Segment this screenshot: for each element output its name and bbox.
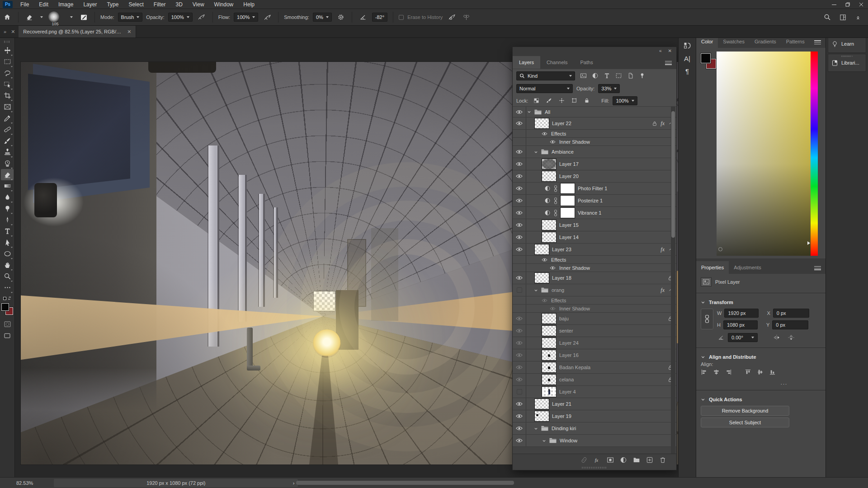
tab-properties[interactable]: Properties — [696, 261, 729, 274]
layer-visibility-toggle[interactable] — [513, 374, 526, 385]
layer-visibility-toggle[interactable] — [513, 231, 526, 243]
layer-row[interactable]: Layer 17 — [513, 158, 676, 170]
menu-type[interactable]: Type — [102, 0, 123, 9]
horizontal-scrollbar-thumb[interactable] — [296, 481, 514, 485]
brush-picker-chevron[interactable] — [68, 13, 75, 22]
paragraph-panel-icon[interactable]: ¶ — [680, 65, 694, 77]
menu-layer[interactable]: Layer — [78, 0, 102, 9]
layer-effect-row[interactable]: Effects — [513, 256, 676, 264]
pressure-opacity-icon[interactable] — [196, 12, 207, 23]
menu-help[interactable]: Help — [238, 0, 259, 9]
smoothing-options-gear-icon[interactable] — [335, 12, 346, 23]
opacity-select[interactable]: 100% — [168, 13, 193, 22]
layer-visibility-toggle[interactable] — [513, 130, 526, 137]
group-expand-chevron[interactable] — [534, 288, 538, 292]
quick-mask-icon[interactable] — [1, 319, 14, 330]
brush-settings-panel-icon[interactable] — [78, 12, 89, 23]
flip-horizontal-icon[interactable] — [773, 334, 780, 341]
layer-thumbnail[interactable] — [535, 244, 549, 254]
group-expand-chevron[interactable] — [527, 110, 531, 114]
transform-section-header[interactable]: Transform — [696, 296, 826, 307]
foreground-color-swatch[interactable] — [1, 303, 9, 311]
rectangular-marquee-tool[interactable] — [1, 56, 14, 67]
y-field[interactable]: 0 px — [772, 320, 808, 329]
layer-row[interactable]: Layer 19 — [513, 410, 676, 422]
pixel-filter-icon[interactable] — [579, 72, 588, 79]
character-panel-icon[interactable]: A| — [680, 52, 694, 64]
layer-row[interactable]: celana — [513, 374, 676, 386]
layer-row[interactable]: senter — [513, 325, 676, 337]
hand-tool[interactable] — [1, 259, 14, 271]
menu-edit[interactable]: Edit — [34, 0, 53, 9]
lock-transparency-icon[interactable] — [532, 98, 541, 103]
erase-to-history-checkbox[interactable] — [399, 15, 404, 20]
adjustment-thumbnail[interactable] — [561, 183, 575, 193]
link-layers-icon[interactable] — [580, 456, 588, 464]
panel-menu-icon[interactable] — [814, 266, 821, 270]
layer-thumbnail[interactable] — [542, 220, 556, 230]
new-layer-icon[interactable] — [646, 456, 653, 464]
layer-visibility-toggle[interactable] — [513, 219, 526, 231]
layer-visibility-toggle[interactable] — [513, 158, 526, 170]
constrain-proportions-icon[interactable] — [701, 309, 713, 329]
adjustment-thumbnail[interactable] — [561, 196, 575, 206]
pressure-size-icon[interactable] — [446, 12, 457, 23]
smart-object-filter-icon[interactable] — [626, 72, 635, 79]
panel-menu-icon[interactable] — [814, 40, 821, 44]
minimize-button[interactable] — [827, 0, 841, 9]
layer-row[interactable]: Layer 16 — [513, 349, 676, 361]
layer-effect-row[interactable]: Inner Shadow — [513, 305, 676, 313]
effect-visibility-eye-icon[interactable] — [542, 298, 547, 302]
layer-style-icon[interactable]: fx — [594, 456, 601, 464]
layer-thumbnail[interactable] — [542, 159, 556, 169]
crop-tool[interactable] — [1, 90, 14, 101]
layer-row[interactable]: Layer 21 — [513, 398, 676, 410]
layer-thumbnail[interactable] — [542, 387, 556, 397]
libraries-panel-button[interactable]: Librari... — [828, 54, 866, 72]
layer-visibility-toggle[interactable] — [513, 349, 526, 361]
layer-effect-row[interactable]: Inner Shadow — [513, 264, 676, 272]
layer-visibility-toggle[interactable] — [513, 256, 526, 263]
layer-row[interactable]: Layer 14 — [513, 231, 676, 244]
layer-visibility-toggle[interactable] — [513, 272, 526, 284]
layer-visibility-toggle[interactable] — [513, 325, 526, 337]
new-group-icon[interactable] — [633, 456, 640, 464]
rotate-field[interactable]: 0.00° — [728, 333, 758, 342]
layer-visibility-toggle[interactable] — [513, 195, 526, 206]
layer-style-fx-badge[interactable]: fx — [660, 246, 665, 253]
screen-mode-icon[interactable] — [1, 330, 14, 341]
layer-thumbnail[interactable] — [542, 326, 556, 336]
paint-symmetry-icon[interactable] — [461, 12, 472, 23]
document-info-field[interactable]: 1920 px x 1080 px (72 ppi) › — [54, 479, 298, 487]
tab-close-icon[interactable]: ✕ — [127, 29, 131, 35]
layer-group-row[interactable]: orangfx — [513, 284, 676, 296]
tab-paths[interactable]: Paths — [574, 56, 599, 69]
layer-row[interactable]: Layer 15 — [513, 219, 676, 231]
flip-vertical-icon[interactable] — [788, 334, 795, 341]
layer-style-fx-badge[interactable]: fx — [660, 287, 665, 294]
menu-image[interactable]: Image — [53, 0, 78, 9]
filter-toggle-icon[interactable] — [637, 72, 646, 79]
collapse-chevrons-icon[interactable] — [853, 12, 863, 23]
eraser-preset-icon[interactable] — [24, 12, 35, 23]
layer-row[interactable]: Vibrance 1 — [513, 207, 676, 219]
home-icon[interactable] — [2, 12, 13, 23]
menu-view[interactable]: View — [188, 0, 209, 9]
clone-stamp-tool[interactable] — [1, 146, 14, 158]
mode-select[interactable]: Brush — [118, 13, 143, 22]
layer-opacity-select[interactable]: 33% — [598, 84, 620, 93]
layer-thumbnail[interactable] — [542, 375, 556, 385]
height-field[interactable]: 1080 px — [723, 320, 758, 329]
layer-visibility-toggle[interactable] — [513, 170, 526, 182]
adjustment-filter-icon[interactable] — [590, 72, 599, 79]
width-field[interactable]: 1920 px — [724, 309, 759, 318]
eyedropper-tool[interactable] — [1, 113, 14, 124]
menu-window[interactable]: Window — [209, 0, 239, 9]
menu-3d[interactable]: 3D — [170, 0, 187, 9]
brush-angle-field[interactable]: -82° — [372, 13, 387, 22]
layer-visibility-toggle[interactable] — [513, 305, 526, 312]
airbrush-icon[interactable] — [262, 12, 273, 23]
align-center-h-icon[interactable] — [713, 369, 720, 375]
brush-tool[interactable] — [1, 135, 14, 146]
align-section-header[interactable]: Align and Distribute — [696, 351, 826, 361]
